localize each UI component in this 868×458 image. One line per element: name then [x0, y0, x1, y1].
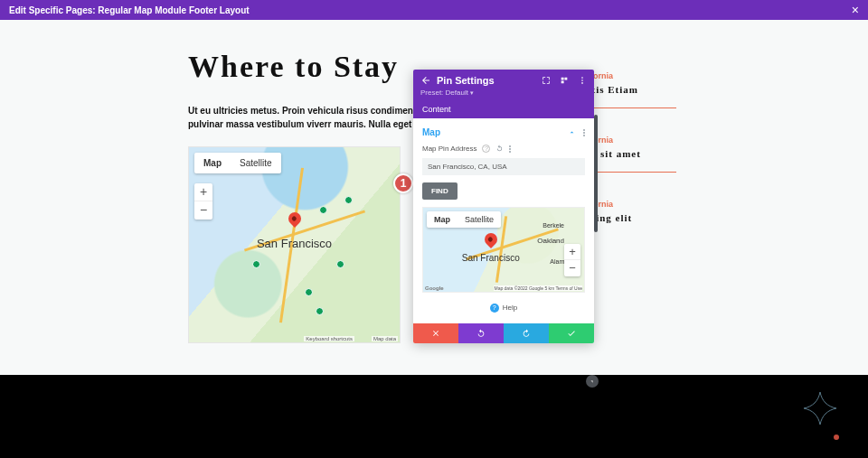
panel-header[interactable]: Pin Settings Preset: Default: [413, 70, 594, 100]
zoom-in-button[interactable]: +: [564, 244, 580, 260]
svg-point-2: [581, 82, 583, 84]
item-title: scing elit: [586, 212, 694, 223]
map-tab-satellite[interactable]: Satellite: [458, 211, 501, 228]
top-bar-title: Edit Specific Pages: Regular Map Module …: [9, 5, 250, 15]
list-item[interactable]: lifornia atis Etiam: [586, 71, 694, 108]
map-attribution: Map data ©2022 Google 5 km Terms of Use: [494, 285, 582, 291]
map-type-switch: Map Satellite: [427, 211, 501, 228]
find-button[interactable]: FIND: [422, 182, 458, 200]
map-tab-map[interactable]: Map: [427, 211, 458, 228]
back-arrow-icon[interactable]: [420, 75, 431, 86]
list-item[interactable]: lifornia or sit amet: [586, 136, 694, 173]
expand-icon[interactable]: [542, 76, 551, 85]
svg-point-0: [581, 77, 583, 79]
map-large[interactable]: Map Satellite + − San Francisco Keyboard…: [188, 146, 401, 343]
panel-body: Map Map Pin Address ? FIND Map Satellite: [413, 118, 594, 323]
reset-icon[interactable]: [495, 145, 504, 153]
page-area: Where to Stay Ut eu ultricies metus. Pro…: [0, 20, 868, 375]
svg-point-1: [581, 79, 583, 81]
chevron-up-icon[interactable]: [568, 128, 576, 136]
zoom-control: + −: [194, 183, 212, 220]
panel-actions: [413, 323, 594, 343]
sidebar-list: lifornia atis Etiam lifornia or sit amet…: [586, 71, 694, 250]
keyboard-shortcuts-link[interactable]: Keyboard shortcuts: [304, 336, 354, 341]
divider: [586, 107, 676, 108]
field-label: Map Pin Address: [422, 145, 476, 153]
decorative-diamond-icon: [802, 390, 838, 426]
pin-settings-panel: Pin Settings Preset: Default Content Map: [413, 70, 594, 343]
item-category: lifornia: [586, 71, 694, 80]
map-type-switch: Map Satellite: [194, 153, 281, 173]
address-input[interactable]: [422, 158, 585, 175]
group-kebab-icon[interactable]: [583, 129, 585, 136]
zoom-out-button[interactable]: −: [564, 260, 580, 276]
save-button[interactable]: [549, 323, 594, 343]
map-poi-label: Oakland: [537, 237, 564, 245]
annotation-badge-1: 1: [393, 173, 413, 193]
item-title: atis Etiam: [586, 84, 694, 95]
help-icon: ?: [490, 304, 499, 313]
map-attribution: Map data: [372, 336, 398, 341]
snap-icon[interactable]: [560, 76, 569, 85]
map-city-label: San Francisco: [257, 237, 332, 250]
map-tab-satellite[interactable]: Satellite: [231, 153, 281, 173]
scrollbar-thumb[interactable]: [594, 115, 598, 232]
item-title: or sit amet: [586, 148, 694, 159]
map-poi-label: Berkele: [542, 222, 564, 229]
google-logo: Google: [425, 285, 444, 291]
panel-title: Pin Settings: [437, 75, 495, 86]
help-icon[interactable]: ?: [482, 145, 490, 153]
decorative-dot: [834, 435, 839, 440]
zoom-control: + −: [564, 244, 580, 276]
item-category: lifornia: [586, 200, 694, 209]
kebab-icon[interactable]: [578, 76, 587, 85]
tab-content[interactable]: Content: [413, 100, 594, 118]
field-kebab-icon[interactable]: [509, 145, 511, 153]
redo-button[interactable]: [504, 323, 549, 343]
help-link[interactable]: ?Help: [422, 293, 585, 318]
map-tab-map[interactable]: Map: [194, 153, 231, 173]
top-bar: Edit Specific Pages: Regular Map Module …: [0, 0, 868, 20]
preset-dropdown[interactable]: Preset: Default: [420, 89, 587, 97]
map-city-label: San Francisco: [462, 253, 520, 263]
cancel-button[interactable]: [413, 323, 458, 343]
map-preview[interactable]: Map Satellite + − San Francisco Berkele …: [422, 207, 585, 293]
close-icon[interactable]: ×: [852, 3, 859, 17]
zoom-out-button[interactable]: −: [194, 201, 212, 220]
list-item[interactable]: lifornia scing elit: [586, 200, 694, 223]
item-category: lifornia: [586, 136, 694, 145]
collapse-button[interactable]: [586, 375, 599, 388]
undo-button[interactable]: [458, 323, 504, 343]
zoom-in-button[interactable]: +: [194, 183, 212, 201]
group-title-map[interactable]: Map: [422, 127, 440, 137]
divider: [586, 172, 676, 173]
